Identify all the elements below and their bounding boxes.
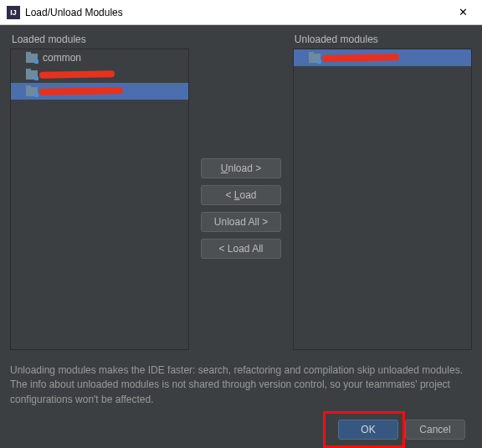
- window-title: Load/Unload Modules: [25, 7, 444, 18]
- unloaded-modules-label: Unloaded modules: [293, 33, 472, 45]
- close-icon[interactable]: ✕: [444, 0, 482, 25]
- loaded-modules-panel: Loaded modules common redacted redacted: [10, 33, 189, 350]
- folder-icon: [309, 54, 320, 63]
- info-text: Unloading modules makes the IDE faster: …: [10, 363, 472, 407]
- load-button[interactable]: < Load: [201, 185, 281, 205]
- list-item[interactable]: redacted: [11, 83, 188, 100]
- list-item[interactable]: common: [11, 49, 188, 66]
- unloaded-modules-panel: Unloaded modules redacted: [293, 33, 472, 350]
- folder-icon: [26, 70, 38, 80]
- redaction-mark: [322, 54, 399, 62]
- module-name: common: [43, 52, 81, 64]
- transfer-buttons: Unload > < Load Unload All > < Load All: [194, 33, 288, 350]
- folder-icon: [26, 54, 38, 63]
- load-all-button[interactable]: < Load All: [201, 239, 281, 259]
- loaded-modules-list[interactable]: common redacted redacted: [10, 49, 189, 350]
- list-item[interactable]: redacted: [11, 66, 188, 83]
- unload-all-button[interactable]: Unload All >: [201, 212, 281, 232]
- app-icon: IJ: [7, 6, 20, 19]
- list-item[interactable]: redacted: [294, 49, 471, 66]
- ok-button[interactable]: OK: [338, 420, 398, 440]
- dialog-body: Loaded modules common redacted redacted: [0, 25, 482, 448]
- dialog-footer: OK Cancel: [10, 413, 472, 448]
- loaded-modules-label: Loaded modules: [10, 33, 189, 45]
- unloaded-modules-list[interactable]: redacted: [293, 49, 472, 350]
- redaction-mark: [39, 87, 123, 95]
- folder-icon: [26, 87, 38, 96]
- cancel-button[interactable]: Cancel: [405, 420, 465, 440]
- unload-button[interactable]: Unload >: [201, 158, 281, 178]
- titlebar: IJ Load/Unload Modules ✕: [0, 0, 482, 25]
- redaction-mark: [39, 70, 115, 79]
